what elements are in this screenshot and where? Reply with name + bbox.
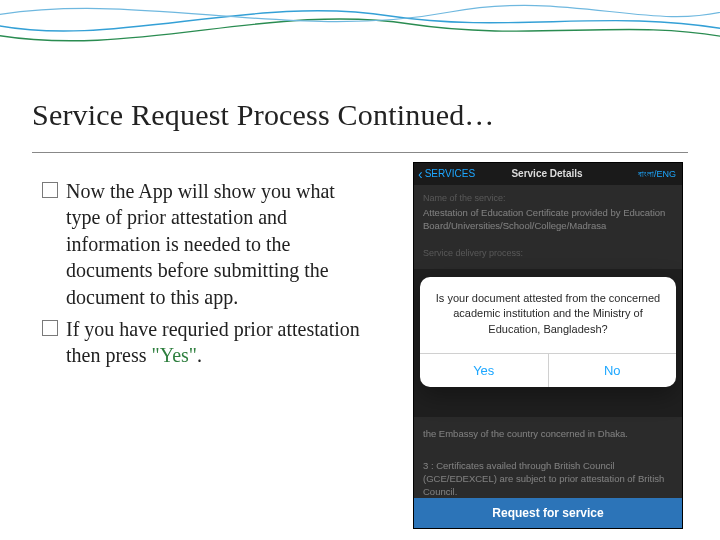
- bullet-text: If you have requried prior attestation t…: [66, 316, 372, 369]
- yes-highlight: "Yes": [152, 344, 197, 366]
- square-bullet-icon: [42, 320, 58, 336]
- language-toggle[interactable]: বাংলা/ENG: [583, 170, 676, 179]
- decorative-waves: [0, 0, 720, 74]
- phone-screenshot: ‹ SERVICES Service Details বাংলা/ENG Nam…: [414, 163, 682, 528]
- bullet-text: Now the App will show you what type of p…: [66, 178, 372, 310]
- slide-title: Service Request Process Continued…: [32, 98, 495, 132]
- service-name-block: Name of the service: Attestation of Educ…: [414, 185, 682, 240]
- phone-navbar: ‹ SERVICES Service Details বাংলা/ENG: [414, 163, 682, 185]
- bullet-list: Now the App will show you what type of p…: [42, 178, 372, 375]
- square-bullet-icon: [42, 182, 58, 198]
- title-underline: [32, 152, 688, 153]
- bullet-item: Now the App will show you what type of p…: [42, 178, 372, 310]
- dialog-no-button[interactable]: No: [548, 354, 677, 387]
- service-process-label: Service delivery process:: [414, 240, 682, 269]
- dialog-message: Is your document attested from the conce…: [420, 277, 676, 353]
- bullet-item: If you have requried prior attestation t…: [42, 316, 372, 369]
- dialog-yes-button[interactable]: Yes: [420, 354, 548, 387]
- chevron-left-icon: ‹: [418, 167, 423, 181]
- lower-text-1: the Embassy of the country concerned in …: [414, 421, 682, 448]
- confirmation-dialog: Is your document attested from the conce…: [420, 277, 676, 387]
- back-button[interactable]: ‹ SERVICES: [418, 168, 511, 181]
- screen-title: Service Details: [511, 169, 582, 179]
- request-service-button[interactable]: Request for service: [414, 498, 682, 528]
